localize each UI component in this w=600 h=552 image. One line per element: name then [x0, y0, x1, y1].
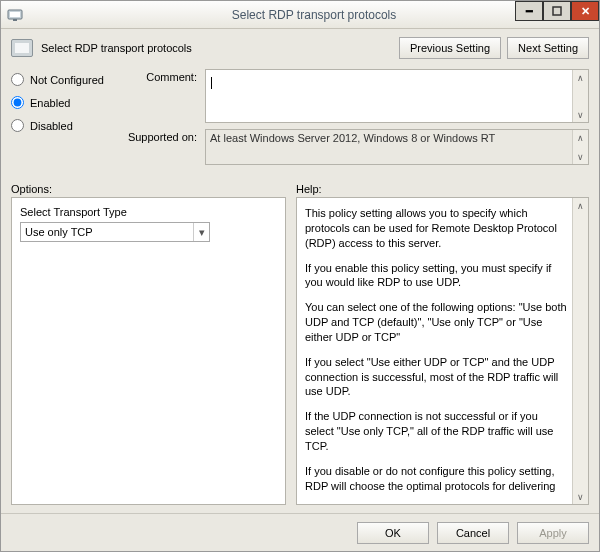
svg-rect-2 — [13, 19, 17, 21]
supported-label: Supported on: — [123, 129, 205, 165]
svg-rect-1 — [10, 12, 20, 17]
help-paragraph: You can select one of the following opti… — [305, 300, 568, 345]
section-labels: Options: Help: — [11, 183, 589, 195]
help-body[interactable]: This policy setting allows you to specif… — [305, 206, 568, 496]
help-paragraph: If the UDP connection is not successful … — [305, 409, 568, 454]
transport-type-select[interactable]: Use only TCP ▾ — [20, 222, 210, 242]
help-paragraph: If you disable or do not configure this … — [305, 464, 568, 496]
text-caret — [211, 77, 212, 91]
radio-disabled-label: Disabled — [30, 120, 73, 132]
radio-enabled[interactable]: Enabled — [11, 96, 123, 109]
state-radio-group: Not Configured Enabled Disabled — [11, 69, 123, 171]
window-title: Select RDP transport protocols — [29, 8, 599, 22]
radio-not-configured[interactable]: Not Configured — [11, 73, 123, 86]
supported-row: Supported on: At least Windows Server 20… — [123, 129, 589, 165]
help-paragraph: If you enable this policy setting, you m… — [305, 261, 568, 291]
options-panel: Select Transport Type Use only TCP ▾ — [11, 197, 286, 505]
scroll-up-icon[interactable]: ∧ — [573, 70, 588, 85]
policy-icon — [11, 39, 33, 57]
help-label: Help: — [296, 183, 322, 195]
transport-type-label: Select Transport Type — [20, 206, 277, 218]
content-area: Select RDP transport protocols Previous … — [1, 29, 599, 513]
comment-label: Comment: — [123, 69, 205, 123]
ok-button[interactable]: OK — [357, 522, 429, 544]
help-paragraph: This policy setting allows you to specif… — [305, 206, 568, 251]
help-paragraph: If you select "Use either UDP or TCP" an… — [305, 355, 568, 400]
scroll-down-icon[interactable]: ∨ — [573, 489, 588, 504]
panels: Select Transport Type Use only TCP ▾ Thi… — [11, 197, 589, 505]
options-label: Options: — [11, 183, 296, 195]
scroll-down-icon[interactable]: ∨ — [573, 107, 588, 122]
comment-textarea[interactable]: ∧ ∨ — [205, 69, 589, 123]
dialog-window: Select RDP transport protocols ━ ✕ Selec… — [0, 0, 600, 552]
window-controls: ━ ✕ — [515, 1, 599, 21]
help-scrollbar[interactable]: ∧ ∨ — [572, 198, 588, 504]
svg-rect-3 — [553, 7, 561, 15]
previous-setting-button[interactable]: Previous Setting — [399, 37, 501, 59]
cancel-button[interactable]: Cancel — [437, 522, 509, 544]
close-button[interactable]: ✕ — [571, 1, 599, 21]
chevron-down-icon: ▾ — [193, 223, 209, 241]
transport-type-selected: Use only TCP — [25, 226, 93, 238]
policy-name: Select RDP transport protocols — [41, 42, 393, 54]
policy-header-row: Select RDP transport protocols Previous … — [11, 37, 589, 59]
scroll-down-icon[interactable]: ∨ — [573, 149, 588, 164]
help-panel: This policy setting allows you to specif… — [296, 197, 589, 505]
scroll-up-icon[interactable]: ∧ — [573, 198, 588, 213]
supported-textbox: At least Windows Server 2012, Windows 8 … — [205, 129, 589, 165]
apply-button[interactable]: Apply — [517, 522, 589, 544]
radio-disabled-input[interactable] — [11, 119, 24, 132]
radio-enabled-label: Enabled — [30, 97, 70, 109]
comment-row: Comment: ∧ ∨ — [123, 69, 589, 123]
footer: OK Cancel Apply — [1, 513, 599, 551]
supported-value: At least Windows Server 2012, Windows 8 … — [210, 132, 495, 144]
supported-scrollbar[interactable]: ∧ ∨ — [572, 130, 588, 164]
minimize-button[interactable]: ━ — [515, 1, 543, 21]
next-setting-button[interactable]: Next Setting — [507, 37, 589, 59]
maximize-button[interactable] — [543, 1, 571, 21]
state-and-comment-row: Not Configured Enabled Disabled Comment: — [11, 69, 589, 171]
scroll-up-icon[interactable]: ∧ — [573, 130, 588, 145]
radio-not-configured-label: Not Configured — [30, 74, 104, 86]
titlebar[interactable]: Select RDP transport protocols ━ ✕ — [1, 1, 599, 29]
app-icon — [7, 7, 23, 23]
comment-scrollbar[interactable]: ∧ ∨ — [572, 70, 588, 122]
radio-disabled[interactable]: Disabled — [11, 119, 123, 132]
radio-not-configured-input[interactable] — [11, 73, 24, 86]
radio-enabled-input[interactable] — [11, 96, 24, 109]
